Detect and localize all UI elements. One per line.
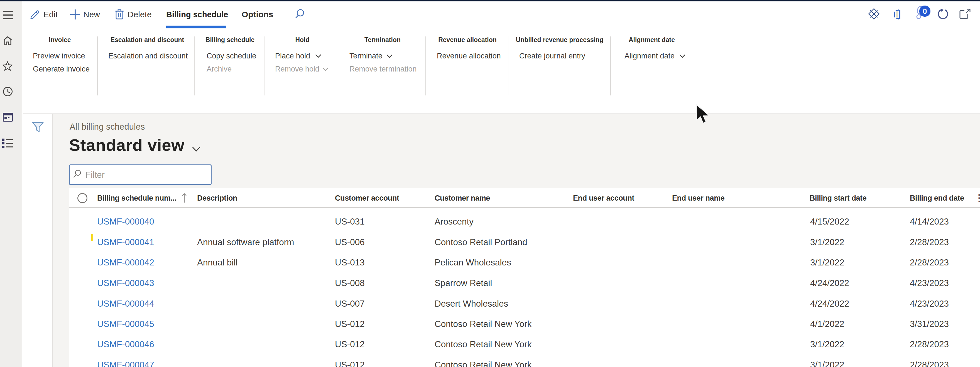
svg-text:0: 0 — [923, 7, 927, 16]
